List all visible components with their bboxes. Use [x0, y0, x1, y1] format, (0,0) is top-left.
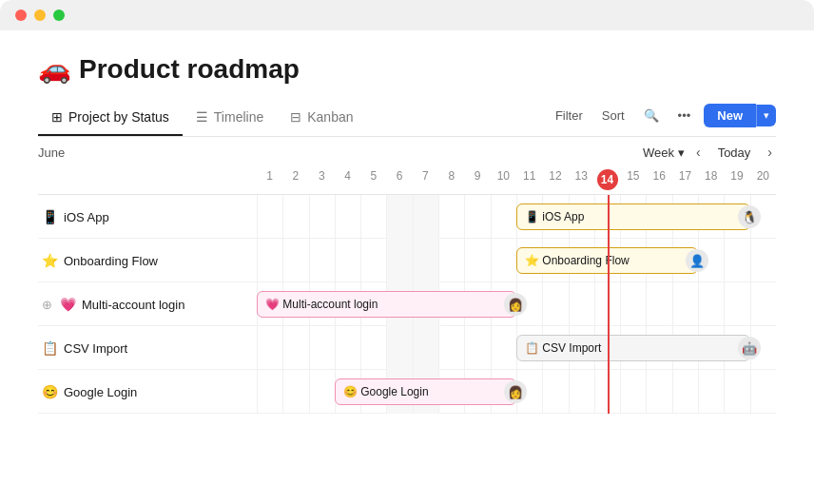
gantt-day-11: 11 — [516, 165, 542, 194]
onboarding-emoji: ⭐ — [42, 253, 58, 268]
multi-account-name: Multi-account login — [82, 298, 184, 312]
nav-prev-button[interactable]: ‹ — [692, 143, 705, 162]
tab-project-by-status-label: Project by Status — [68, 109, 169, 125]
gantt-row-google-login: 😊 Google Login — [38, 370, 776, 414]
gantt-row-ios-app: 📱 iOS App — [38, 195, 776, 239]
gantt-row-csv-import: 📋 CSV Import — [38, 326, 776, 370]
week-selector[interactable]: Week ▾ — [643, 145, 685, 160]
timeline-right: Week ▾ ‹ Today › — [643, 143, 776, 162]
gantt-day-12: 12 — [542, 165, 568, 194]
toolbar-actions: Filter Sort 🔍 ••• New ▾ — [550, 104, 776, 135]
gantt-day-8: 8 — [438, 165, 464, 194]
page-title-row: 🚗 Product roadmap — [38, 53, 776, 85]
page-title: Product roadmap — [79, 54, 300, 85]
cell-10 — [491, 195, 516, 239]
close-button[interactable] — [15, 10, 27, 21]
project-by-status-icon: ⊞ — [51, 109, 63, 125]
gantt-row-multi-account: ⊕ 💗 Multi-account login — [38, 282, 776, 326]
gantt-row-multi-account-label: ⊕ 💗 Multi-account login — [38, 297, 257, 312]
gantt-google-login-cells: 😊 Google Login 👩 — [257, 370, 776, 414]
ios-app-name: iOS App — [64, 210, 109, 224]
gantt-day-4: 4 — [335, 165, 360, 194]
gantt-row-onboarding: ⭐ Onboarding Flow — [38, 239, 776, 282]
timeline-left: June — [38, 145, 72, 160]
gantt-day-10: 10 — [491, 165, 516, 194]
cell-3 — [309, 195, 335, 239]
google-login-emoji: 😊 — [42, 384, 58, 399]
bar-csv-import[interactable]: 📋 CSV Import 🤖 — [516, 335, 750, 361]
cell-5 — [360, 195, 386, 239]
onboarding-name: Onboarding Flow — [64, 254, 158, 268]
multi-account-emoji: 💗 — [60, 297, 76, 312]
gantt-onboarding-cells: ⭐ Onboarding Flow 👤 — [257, 239, 776, 282]
cell-1 — [257, 195, 282, 239]
gantt-day-17: 17 — [672, 165, 698, 194]
onboarding-avatar: 👤 — [686, 249, 708, 272]
timeline-header: June Week ▾ ‹ Today › — [38, 137, 776, 165]
multi-account-avatar: 👩 — [504, 293, 527, 316]
gantt-days-header: 1 2 3 4 5 6 7 8 9 10 11 12 13 14 15 16 1… — [38, 165, 776, 195]
gantt-csv-cells: 📋 CSV Import 🤖 — [257, 326, 776, 370]
tab-project-by-status[interactable]: ⊞ Project by Status — [38, 102, 183, 136]
minimize-button[interactable] — [34, 10, 46, 21]
gantt-day-18: 18 — [698, 165, 724, 194]
cell-9 — [464, 195, 490, 239]
week-chevron-icon: ▾ — [678, 145, 685, 160]
toolbar: ⊞ Project by Status ☰ Timeline ⊟ Kanban … — [38, 102, 776, 137]
gantt-multi-account-cells: 💗 Multi-account login 👩 — [257, 282, 776, 326]
gantt-ios-app-cells: 📱 iOS App 🐧 — [257, 195, 776, 239]
gantt-row-csv-import-label: 📋 CSV Import — [38, 340, 257, 356]
tab-kanban-label: Kanban — [307, 109, 353, 125]
gantt-row-onboarding-label: ⭐ Onboarding Flow — [38, 253, 257, 268]
gantt-day-2: 2 — [282, 165, 308, 194]
tab-timeline-label: Timeline — [214, 109, 263, 125]
google-login-name: Google Login — [64, 385, 137, 399]
gantt-day-3: 3 — [309, 165, 335, 194]
gantt-day-20: 20 — [750, 165, 776, 194]
more-button[interactable]: ••• — [672, 105, 697, 126]
cell-7 — [413, 195, 438, 239]
gantt-day-9: 9 — [464, 165, 490, 194]
timeline-icon: ☰ — [196, 109, 208, 125]
gantt-day-1: 1 — [257, 165, 282, 194]
page-title-emoji: 🚗 — [38, 53, 71, 85]
csv-import-name: CSV Import — [64, 341, 127, 356]
nav-next-button[interactable]: › — [764, 143, 776, 162]
sort-button[interactable]: Sort — [596, 105, 630, 126]
month-label: June — [38, 145, 65, 160]
tab-kanban[interactable]: ⊟ Kanban — [277, 102, 366, 136]
bar-multi-account[interactable]: 💗 Multi-account login 👩 — [257, 291, 516, 318]
gantt-rows: 📱 iOS App — [38, 195, 776, 414]
add-icon[interactable]: ⊕ — [42, 298, 52, 312]
gantt-chart: 1 2 3 4 5 6 7 8 9 10 11 12 13 14 15 16 1… — [38, 165, 776, 414]
ios-app-emoji: 📱 — [42, 209, 58, 224]
search-button[interactable]: 🔍 — [638, 105, 665, 126]
new-btn-group: New ▾ — [704, 104, 776, 127]
gantt-row-ios-app-label: 📱 iOS App — [38, 209, 257, 224]
new-button-chevron[interactable]: ▾ — [756, 105, 776, 126]
bar-onboarding[interactable]: ⭐ Onboarding Flow 👤 — [516, 247, 698, 274]
filter-button[interactable]: Filter — [550, 105, 589, 126]
csv-import-emoji: 📋 — [42, 340, 58, 356]
gantt-day-19: 19 — [724, 165, 749, 194]
kanban-icon: ⊟ — [290, 109, 301, 125]
gantt-day-14: 14 — [594, 165, 620, 194]
today-button[interactable]: Today — [712, 144, 757, 162]
gantt-day-5: 5 — [360, 165, 386, 194]
tab-timeline[interactable]: ☰ Timeline — [183, 102, 277, 136]
ios-app-avatar: 🐧 — [738, 205, 761, 228]
gantt-row-google-login-label: 😊 Google Login — [38, 384, 257, 399]
gantt-day-13: 13 — [569, 165, 594, 194]
tabs: ⊞ Project by Status ☰ Timeline ⊟ Kanban — [38, 102, 367, 136]
cell-2 — [282, 195, 308, 239]
cell-6 — [386, 195, 412, 239]
bar-google-login[interactable]: 😊 Google Login 👩 — [335, 378, 516, 405]
page: 🚗 Product roadmap ⊞ Project by Status ☰ … — [0, 30, 814, 502]
gantt-day-7: 7 — [413, 165, 438, 194]
new-button[interactable]: New — [704, 104, 756, 127]
cell-8 — [438, 195, 464, 239]
today-circle: 14 — [597, 169, 618, 190]
bar-ios-app[interactable]: 📱 iOS App 🐧 — [516, 204, 750, 230]
maximize-button[interactable] — [53, 10, 65, 21]
gantt-day-16: 16 — [646, 165, 671, 194]
